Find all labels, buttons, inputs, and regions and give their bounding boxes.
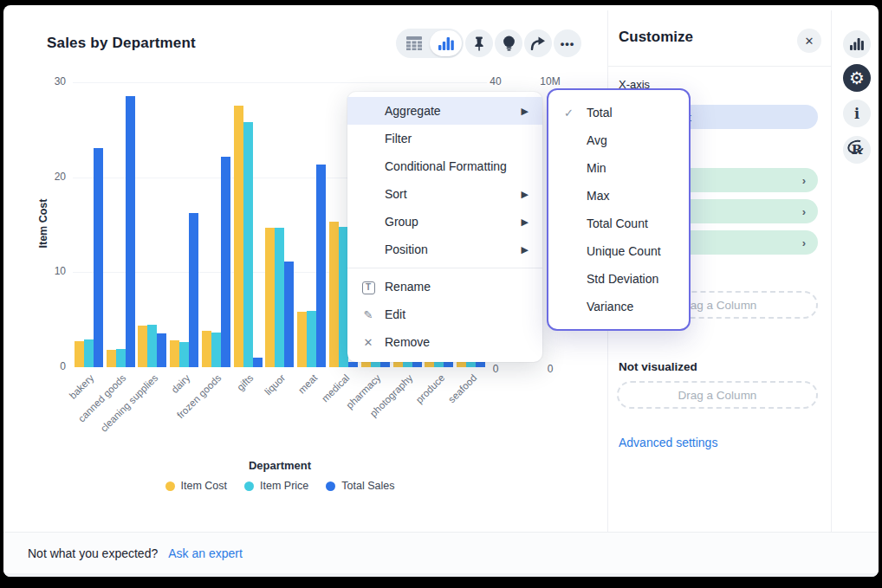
- bar-total-sales[interactable]: [316, 165, 326, 367]
- legend-dot: [244, 481, 254, 491]
- aggregate-submenu: ✓TotalAvgMinMaxTotal CountUnique CountSt…: [547, 88, 691, 331]
- bar-total-sales[interactable]: [221, 157, 230, 367]
- legend-item-item-price[interactable]: Item Price: [244, 480, 308, 492]
- bar-total-sales[interactable]: [157, 333, 166, 367]
- menu-item-label: Rename: [385, 280, 431, 294]
- menu-divider: [347, 268, 542, 268]
- rail-r-logo-button[interactable]: R: [843, 136, 871, 164]
- drag-placeholder: Drag a Column: [678, 389, 757, 402]
- legend-label: Item Cost: [181, 480, 228, 492]
- bar-group-bakery[interactable]: [73, 148, 105, 367]
- bar-total-sales[interactable]: [253, 358, 263, 367]
- menu-item-label: Group: [385, 215, 418, 229]
- menu-item-remove[interactable]: ✕Remove: [347, 328, 542, 356]
- submenu-item-label: Max: [587, 189, 609, 203]
- bar-group-liquor[interactable]: [264, 228, 296, 367]
- bar-item-cost[interactable]: [329, 222, 339, 367]
- bar-group-frozen-goods[interactable]: [200, 157, 232, 367]
- bar-group-dairy[interactable]: [168, 213, 200, 367]
- bar-group-canned-goods[interactable]: [105, 96, 137, 367]
- bar-item-price[interactable]: [147, 325, 157, 367]
- menu-item-group[interactable]: Group▶: [347, 208, 542, 236]
- bar-item-cost[interactable]: [234, 106, 243, 367]
- y-tick-label: 10: [40, 265, 66, 277]
- pin-button[interactable]: [465, 29, 493, 57]
- submenu-item-max[interactable]: Max: [548, 182, 689, 210]
- bar-item-cost[interactable]: [138, 326, 147, 367]
- insights-button[interactable]: [495, 29, 522, 57]
- menu-item-label: Remove: [385, 335, 430, 349]
- rail-settings-button[interactable]: ⚙: [843, 64, 871, 92]
- submenu-item-total-count[interactable]: Total Count: [548, 210, 689, 237]
- bar-item-cost[interactable]: [170, 340, 179, 367]
- submenu-item-total[interactable]: ✓Total: [548, 99, 689, 126]
- bar-item-cost[interactable]: [265, 228, 275, 367]
- share-button[interactable]: [524, 29, 552, 57]
- bar-total-sales[interactable]: [348, 362, 358, 367]
- menu-item-aggregate[interactable]: Aggregate▶: [347, 97, 542, 125]
- menu-item-position[interactable]: Position▶: [347, 236, 542, 263]
- bar-group-meat[interactable]: [295, 165, 328, 367]
- bar-item-price[interactable]: [116, 349, 126, 367]
- submenu-item-label: Std Deviation: [587, 272, 658, 286]
- bar-item-price[interactable]: [211, 333, 221, 367]
- menu-item-label: Aggregate: [385, 104, 441, 118]
- bar-total-sales[interactable]: [94, 148, 103, 367]
- bar-chart-icon: [438, 37, 454, 50]
- submenu-item-min[interactable]: Min: [548, 154, 689, 182]
- bar-item-price[interactable]: [307, 311, 316, 367]
- customize-panel-title: Customize: [619, 29, 693, 46]
- bar-item-price[interactable]: [179, 342, 189, 367]
- bar-item-cost[interactable]: [107, 350, 116, 367]
- r-logo-icon: R: [852, 142, 862, 158]
- close-panel-button[interactable]: ✕: [797, 29, 821, 53]
- menu-item-conditional-formatting[interactable]: Conditional Formatting: [347, 152, 542, 180]
- remove-icon: ✕: [360, 336, 377, 349]
- bar-total-sales[interactable]: [126, 96, 135, 367]
- submenu-item-std-deviation[interactable]: Std Deviation: [548, 265, 689, 293]
- secondary-axis-max-1: 40: [487, 75, 504, 87]
- screenshot-frame: Sales by Department: [0, 0, 882, 588]
- bar-item-price[interactable]: [275, 228, 284, 367]
- rail-divider: [831, 10, 832, 532]
- bar-item-cost[interactable]: [297, 312, 307, 367]
- submenu-item-variance[interactable]: Variance: [548, 293, 689, 320]
- submenu-item-avg[interactable]: Avg: [548, 126, 689, 154]
- legend-item-item-cost[interactable]: Item Cost: [165, 480, 228, 492]
- y-tick-label: 0: [40, 360, 66, 372]
- bar-item-price[interactable]: [84, 339, 94, 367]
- more-options-button[interactable]: •••: [554, 29, 581, 57]
- ask-an-expert-link[interactable]: Ask an expert: [168, 546, 243, 560]
- bar-item-price[interactable]: [243, 122, 253, 367]
- menu-item-label: Sort: [385, 187, 407, 201]
- chart-view-button[interactable]: [430, 30, 462, 56]
- bar-total-sales[interactable]: [284, 262, 294, 367]
- view-toggle[interactable]: [396, 29, 464, 58]
- submenu-item-label: Total: [587, 106, 613, 120]
- menu-item-filter[interactable]: Filter: [347, 125, 542, 152]
- bar-group-gifts[interactable]: [232, 106, 264, 367]
- menu-item-rename[interactable]: TRename: [347, 273, 542, 300]
- bar-total-sales[interactable]: [189, 213, 198, 367]
- advanced-settings-link[interactable]: Advanced settings: [619, 436, 717, 449]
- rail-chart-button[interactable]: [843, 30, 871, 58]
- menu-item-sort[interactable]: Sort▶: [347, 180, 542, 208]
- panel-header-divider: [607, 66, 831, 67]
- chevron-right-icon: ▶: [522, 189, 529, 200]
- y-axis-title: Item Cost: [37, 199, 49, 249]
- submenu-item-label: Variance: [587, 300, 633, 313]
- footer-substrip: [3, 573, 879, 577]
- not-visualized-drop-zone[interactable]: Drag a Column: [617, 381, 818, 409]
- secondary-axis-zero-2: 0: [537, 363, 563, 375]
- legend-dot: [165, 481, 175, 491]
- rail-info-button[interactable]: i: [843, 100, 871, 127]
- menu-item-edit[interactable]: ✎Edit: [347, 300, 542, 328]
- table-view-button[interactable]: [398, 30, 430, 56]
- submenu-item-unique-count[interactable]: Unique Count: [548, 237, 689, 265]
- bar-item-cost[interactable]: [75, 341, 84, 367]
- bar-item-cost[interactable]: [202, 331, 211, 367]
- bar-group-cleaning-supplies[interactable]: [137, 325, 169, 367]
- legend-item-total-sales[interactable]: Total Sales: [326, 480, 394, 492]
- context-menu: Aggregate▶FilterConditional FormattingSo…: [347, 92, 542, 362]
- bar-chart-icon: [850, 38, 864, 50]
